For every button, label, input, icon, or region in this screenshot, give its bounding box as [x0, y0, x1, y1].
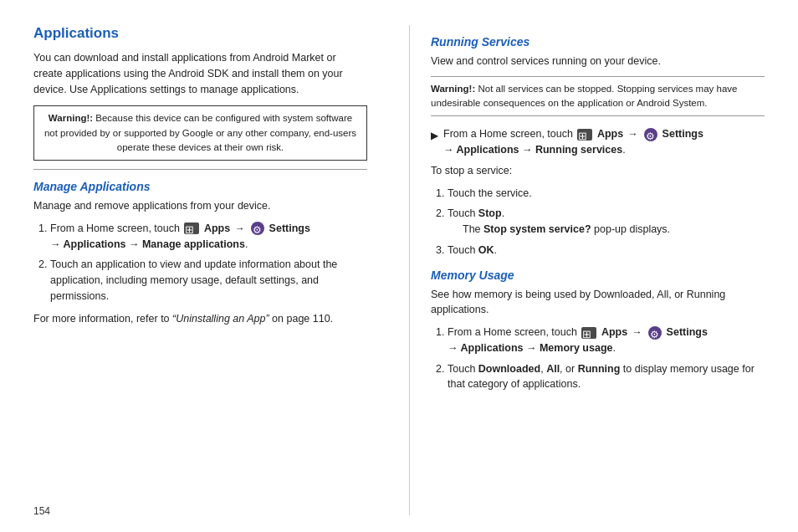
stop-steps: Touch the service. Touch Stop. The Stop … — [448, 186, 765, 258]
manage-apps-title: Manage Applications — [33, 180, 367, 193]
intro-paragraph: You can download and install application… — [33, 50, 367, 97]
stop-intro: To stop a service: — [431, 163, 765, 179]
manage-intro: Manage and remove applications from your… — [33, 198, 367, 214]
running-step-pointer: ▶ From a Home screen, touch Apps → Setti… — [431, 126, 765, 158]
right-column: Running Services View and control servic… — [409, 25, 765, 515]
manage-steps: From a Home screen, touch Apps → Setting… — [50, 221, 367, 304]
manage-step-2: Touch an application to view and update … — [50, 257, 367, 304]
stop-step-1: Touch the service. — [448, 186, 765, 202]
settings-icon-2 — [644, 128, 657, 141]
apps-icon-1 — [184, 223, 199, 234]
memory-intro: See how memory is being used by Download… — [431, 287, 765, 319]
warning-box: Warning!: Because this device can be con… — [33, 105, 367, 161]
stop-step-3: Touch OK. — [448, 243, 765, 258]
more-info: For more information, refer to “Uninstal… — [33, 311, 367, 327]
pointer-icon: ▶ — [431, 128, 438, 143]
stop-step-2: Touch Stop. The Stop system service? pop… — [448, 206, 765, 238]
left-column: Applications You can download and instal… — [33, 25, 384, 515]
running-intro: View and control services running on you… — [431, 54, 765, 69]
page-title: Applications — [33, 25, 367, 42]
running-services-title: Running Services — [431, 35, 765, 49]
page-number: 154 — [33, 505, 50, 517]
settings-icon-3 — [648, 326, 662, 340]
memory-usage-title: Memory Usage — [431, 269, 765, 282]
running-warning: Warning!: Not all services can be stoppe… — [431, 76, 765, 117]
memory-step-2: Touch Downloaded, All, or Running to dis… — [448, 361, 765, 393]
apps-icon-3 — [581, 327, 596, 339]
settings-icon-1 — [251, 222, 264, 235]
memory-step-1: From a Home screen, touch Apps → Setting… — [448, 325, 765, 356]
manage-step-1: From a Home screen, touch Apps → Setting… — [50, 221, 367, 253]
apps-icon-2 — [577, 129, 592, 141]
memory-steps: From a Home screen, touch Apps → Setting… — [448, 325, 765, 392]
divider-1 — [33, 169, 367, 170]
warning-label: Warning!: Because this device can be con… — [44, 113, 356, 152]
